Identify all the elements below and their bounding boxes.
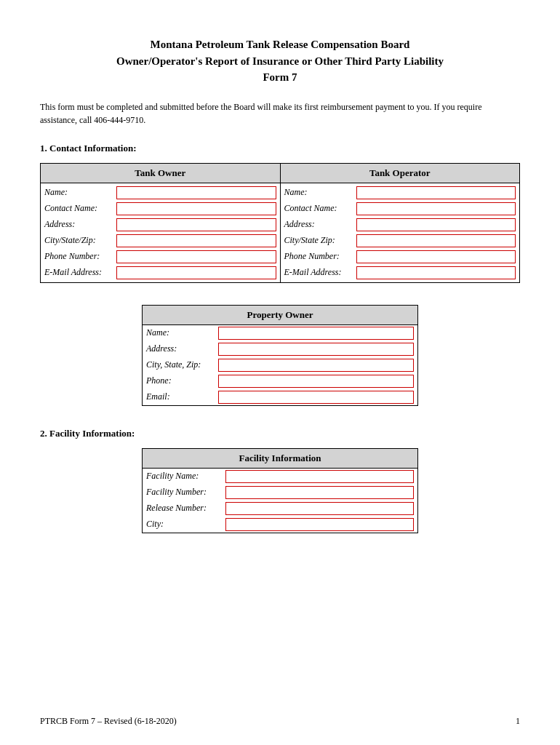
operator-name-label: Name:: [284, 187, 353, 198]
property-city-input[interactable]: [218, 359, 414, 372]
tank-operator-header: Tank Operator: [280, 163, 520, 183]
footer: PTRCB Form 7 – Revised (6-18-2020) 1: [40, 716, 520, 727]
operator-contact-label: Contact Name:: [284, 203, 353, 214]
header-line1: Montana Petroleum Tank Release Compensat…: [151, 39, 410, 50]
tank-owner-header: Tank Owner: [41, 163, 281, 183]
operator-address-label: Address:: [284, 219, 353, 230]
tank-operator-fields: Name: Contact Name: Address: City/S: [281, 183, 520, 282]
footer-left: PTRCB Form 7 – Revised (6-18-2020): [40, 716, 177, 727]
owner-email-label: E-Mail Address:: [44, 267, 113, 278]
property-owner-section: Property Owner Name: Address:: [40, 305, 520, 406]
owner-name-input[interactable]: [116, 186, 276, 199]
facility-name-row: Facility Name:: [143, 469, 417, 485]
facility-number-input[interactable]: [225, 486, 414, 499]
facility-header: Facility Information: [143, 448, 418, 468]
property-email-row: Email:: [143, 389, 417, 405]
section2-title: 2. Facility Information:: [40, 428, 520, 439]
operator-phone-input[interactable]: [356, 250, 516, 263]
operator-address-row: Address:: [284, 217, 516, 233]
property-phone-row: Phone:: [143, 373, 417, 389]
facility-city-label: City:: [146, 519, 223, 530]
property-city-row: City, State, Zip:: [143, 357, 417, 373]
operator-email-input[interactable]: [356, 266, 516, 279]
property-owner-header: Property Owner: [143, 305, 418, 324]
owner-address-row: Address:: [44, 217, 276, 233]
facility-city-row: City:: [143, 517, 417, 533]
owner-contact-label: Contact Name:: [44, 203, 113, 214]
property-name-label: Name:: [146, 327, 215, 338]
release-number-row: Release Number:: [143, 501, 417, 517]
owner-city-label: City/State/Zip:: [44, 235, 113, 246]
footer-right: 1: [516, 716, 520, 727]
property-name-row: Name:: [143, 325, 417, 341]
owner-name-label: Name:: [44, 187, 113, 198]
property-city-label: City, State, Zip:: [146, 359, 215, 370]
property-email-input[interactable]: [218, 391, 414, 404]
contact-info-table: Tank Owner Tank Operator Name: Contact N…: [40, 163, 520, 283]
owner-contact-row: Contact Name:: [44, 201, 276, 217]
operator-city-row: City/State Zip:: [284, 233, 516, 249]
property-owner-table: Property Owner Name: Address:: [142, 305, 418, 406]
document-header: Montana Petroleum Tank Release Compensat…: [40, 36, 520, 86]
owner-phone-input[interactable]: [116, 250, 276, 263]
property-address-label: Address:: [146, 343, 215, 354]
owner-email-row: E-Mail Address:: [44, 265, 276, 281]
header-line3: Form 7: [263, 71, 297, 83]
owner-address-label: Address:: [44, 219, 113, 230]
operator-name-row: Name:: [284, 185, 516, 201]
facility-table: Facility Information Facility Name: Faci…: [142, 448, 418, 533]
operator-email-label: E-Mail Address:: [284, 267, 353, 278]
header-line2: Owner/Operator's Report of Insurance or …: [116, 55, 444, 67]
owner-address-input[interactable]: [116, 218, 276, 231]
facility-number-label: Facility Number:: [146, 487, 223, 498]
owner-phone-row: Phone Number:: [44, 249, 276, 265]
property-name-input[interactable]: [218, 327, 414, 340]
release-number-label: Release Number:: [146, 503, 223, 514]
owner-email-input[interactable]: [116, 266, 276, 279]
facility-name-input[interactable]: [225, 470, 414, 483]
operator-phone-label: Phone Number:: [284, 251, 353, 262]
operator-city-label: City/State Zip:: [284, 235, 353, 246]
facility-section: Facility Information Facility Name: Faci…: [40, 448, 520, 533]
operator-city-input[interactable]: [356, 234, 516, 247]
intro-text: This form must be completed and submitte…: [40, 100, 520, 127]
owner-phone-label: Phone Number:: [44, 251, 113, 262]
operator-contact-input[interactable]: [356, 202, 516, 215]
owner-contact-input[interactable]: [116, 202, 276, 215]
property-phone-label: Phone:: [146, 375, 215, 386]
operator-contact-row: Contact Name:: [284, 201, 516, 217]
owner-name-row: Name:: [44, 185, 276, 201]
release-number-input[interactable]: [225, 502, 414, 515]
property-phone-input[interactable]: [218, 375, 414, 388]
operator-email-row: E-Mail Address:: [284, 265, 516, 281]
property-address-input[interactable]: [218, 343, 414, 356]
facility-number-row: Facility Number:: [143, 485, 417, 501]
owner-city-row: City/State/Zip:: [44, 233, 276, 249]
facility-name-label: Facility Name:: [146, 471, 223, 482]
property-email-label: Email:: [146, 391, 215, 402]
owner-city-input[interactable]: [116, 234, 276, 247]
facility-city-input[interactable]: [225, 518, 414, 531]
tank-owner-fields: Name: Contact Name: Address: City/S: [41, 183, 280, 282]
page: Montana Petroleum Tank Release Compensat…: [0, 0, 560, 745]
property-address-row: Address:: [143, 341, 417, 357]
operator-name-input[interactable]: [356, 186, 516, 199]
operator-phone-row: Phone Number:: [284, 249, 516, 265]
section1-title: 1. Contact Information:: [40, 143, 520, 154]
operator-address-input[interactable]: [356, 218, 516, 231]
